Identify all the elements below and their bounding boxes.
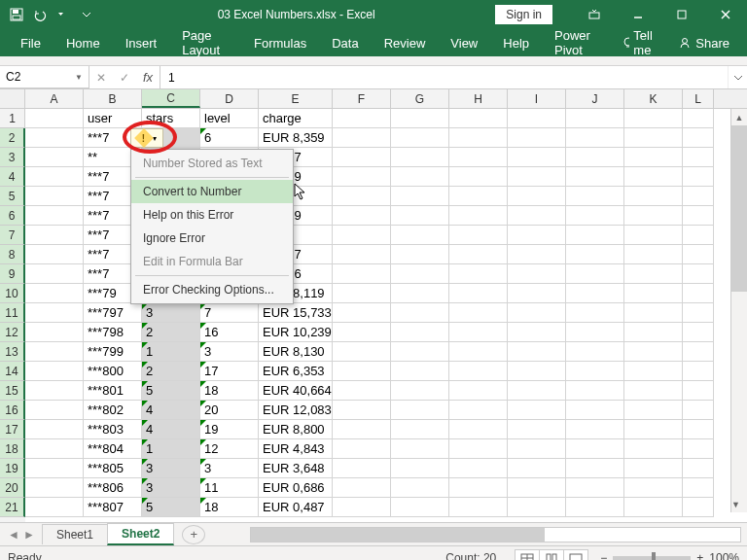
cell-E18[interactable]: EUR 4,843: [259, 439, 333, 459]
row-header-14[interactable]: 14: [0, 362, 25, 381]
cell-I17[interactable]: [508, 420, 566, 439]
cell-E12[interactable]: EUR 10,239: [259, 323, 333, 342]
cell-K8[interactable]: [624, 245, 683, 264]
cell-L6[interactable]: [683, 206, 714, 226]
tab-insert[interactable]: Insert: [113, 30, 170, 56]
row-header-13[interactable]: 13: [0, 342, 25, 362]
row-header-17[interactable]: 17: [0, 420, 25, 439]
cell-A11[interactable]: [25, 303, 84, 323]
cell-G8[interactable]: [391, 245, 449, 264]
menu-edit-in-formula-bar[interactable]: Edit in Formula Bar: [131, 250, 293, 273]
cell-H17[interactable]: [449, 420, 508, 439]
cell-E20[interactable]: EUR 0,686: [259, 478, 333, 498]
cell-D13[interactable]: 3: [200, 342, 259, 362]
cell-G14[interactable]: [391, 362, 449, 381]
cell-L5[interactable]: [683, 187, 714, 206]
cell-H14[interactable]: [449, 362, 508, 381]
row-header-5[interactable]: 5: [0, 187, 25, 206]
cell-I16[interactable]: [508, 401, 566, 420]
column-header-F[interactable]: F: [333, 89, 391, 108]
cell-J1[interactable]: [566, 109, 624, 128]
cell-G21[interactable]: [391, 498, 449, 517]
cell-L12[interactable]: [683, 323, 714, 342]
share-button[interactable]: Share: [668, 36, 739, 51]
cell-J12[interactable]: [566, 323, 624, 342]
cell-G15[interactable]: [391, 381, 449, 401]
column-header-D[interactable]: D: [200, 89, 259, 108]
cell-L7[interactable]: [683, 226, 714, 245]
sheet-nav-next-button[interactable]: ►: [21, 528, 37, 542]
cell-H8[interactable]: [449, 245, 508, 264]
cell-B11[interactable]: ***797: [84, 303, 142, 323]
cell-L18[interactable]: [683, 439, 714, 459]
cell-B15[interactable]: ***801: [84, 381, 142, 401]
cell-A20[interactable]: [25, 478, 84, 498]
tab-data[interactable]: Data: [319, 30, 371, 56]
tab-home[interactable]: Home: [53, 30, 113, 56]
cell-J4[interactable]: [566, 167, 624, 187]
cell-D16[interactable]: 20: [200, 401, 259, 420]
cell-B18[interactable]: ***804: [84, 439, 142, 459]
cell-A5[interactable]: [25, 187, 84, 206]
cell-I13[interactable]: [508, 342, 566, 362]
cell-K14[interactable]: [624, 362, 683, 381]
cell-J17[interactable]: [566, 420, 624, 439]
cell-C17[interactable]: 4: [142, 420, 200, 439]
cell-I2[interactable]: [508, 128, 566, 148]
tell-me-button[interactable]: Tell me: [612, 28, 669, 57]
row-header-19[interactable]: 19: [0, 459, 25, 478]
cell-J20[interactable]: [566, 478, 624, 498]
column-header-C[interactable]: C: [142, 89, 200, 108]
sheet-nav-prev-button[interactable]: ◄: [6, 528, 21, 542]
tab-file[interactable]: File: [8, 30, 53, 56]
cell-C20[interactable]: 3: [142, 478, 200, 498]
cell-I3[interactable]: [508, 148, 566, 167]
cell-L8[interactable]: [683, 245, 714, 264]
cell-L20[interactable]: [683, 478, 714, 498]
cell-D14[interactable]: 17: [200, 362, 259, 381]
cell-K4[interactable]: [624, 167, 683, 187]
row-header-18[interactable]: 18: [0, 439, 25, 459]
cell-I9[interactable]: [508, 264, 566, 284]
row-header-9[interactable]: 9: [0, 264, 25, 284]
cell-K12[interactable]: [624, 323, 683, 342]
cell-K2[interactable]: [624, 128, 683, 148]
cancel-formula-button[interactable]: ✕: [89, 71, 113, 85]
cell-G1[interactable]: [391, 109, 449, 128]
row-header-2[interactable]: 2: [0, 128, 25, 148]
cell-J16[interactable]: [566, 401, 624, 420]
view-normal-button[interactable]: [515, 549, 540, 560]
cell-G17[interactable]: [391, 420, 449, 439]
cell-K20[interactable]: [624, 478, 683, 498]
cell-A19[interactable]: [25, 459, 84, 478]
cell-A7[interactable]: [25, 226, 84, 245]
cell-F17[interactable]: [333, 420, 391, 439]
cell-J3[interactable]: [566, 148, 624, 167]
zoom-out-button[interactable]: −: [600, 551, 607, 560]
cell-L3[interactable]: [683, 148, 714, 167]
view-page-break-button[interactable]: [563, 549, 588, 560]
cell-A14[interactable]: [25, 362, 84, 381]
tab-formulas[interactable]: Formulas: [241, 30, 319, 56]
cell-I18[interactable]: [508, 439, 566, 459]
cell-C1[interactable]: stars: [142, 109, 200, 128]
cell-B19[interactable]: ***805: [84, 459, 142, 478]
cell-I19[interactable]: [508, 459, 566, 478]
cell-I15[interactable]: [508, 381, 566, 401]
cell-L14[interactable]: [683, 362, 714, 381]
cell-F4[interactable]: [333, 167, 391, 187]
cell-F20[interactable]: [333, 478, 391, 498]
cell-D15[interactable]: 18: [200, 381, 259, 401]
cell-L21[interactable]: [683, 498, 714, 517]
cell-E2[interactable]: EUR 8,359: [259, 128, 333, 148]
cell-D17[interactable]: 19: [200, 420, 259, 439]
cell-I20[interactable]: [508, 478, 566, 498]
qat-customize-button[interactable]: [76, 4, 97, 25]
cell-F8[interactable]: [333, 245, 391, 264]
cell-D20[interactable]: 11: [200, 478, 259, 498]
cell-E19[interactable]: EUR 3,648: [259, 459, 333, 478]
column-header-E[interactable]: E: [259, 89, 333, 108]
cell-J7[interactable]: [566, 226, 624, 245]
cell-H18[interactable]: [449, 439, 508, 459]
cell-C16[interactable]: 4: [142, 401, 200, 420]
